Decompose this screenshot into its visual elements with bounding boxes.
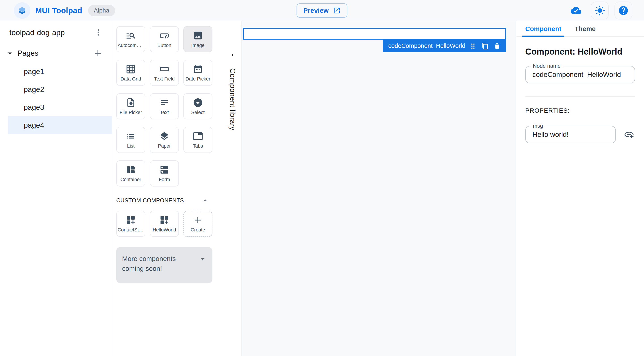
- component-library-panel-label: Component library: [228, 68, 237, 130]
- pages-section-label: Pages: [18, 49, 38, 58]
- component-card-label: Autocomplete: [118, 43, 144, 48]
- editor-canvas[interactable]: codeComponent_HelloWorld: [242, 21, 516, 356]
- add-page-button[interactable]: [92, 48, 104, 59]
- component-card-autocomplete[interactable]: Autocomplete: [116, 26, 145, 52]
- component-card-label: ContactSta…: [118, 227, 144, 233]
- component-card-create[interactable]: Create: [183, 211, 212, 237]
- selected-node-toolbar: codeComponent_HelloWorld: [383, 40, 506, 52]
- component-card-label: Image: [191, 43, 204, 48]
- component-card-data-grid[interactable]: Data Grid: [116, 60, 145, 86]
- component-card-label: Text Field: [154, 76, 175, 82]
- tab-icon: [193, 131, 203, 141]
- node-name-label: Node name: [531, 63, 563, 69]
- inspector-content: Component: HelloWorld Node name PROPERTI…: [516, 47, 644, 143]
- msg-field: msg: [525, 126, 616, 143]
- component-card-list[interactable]: List: [116, 127, 145, 153]
- data-grid-icon: [126, 64, 136, 74]
- properties-label: PROPERTIES:: [525, 107, 635, 114]
- selected-node-label: codeComponent_HelloWorld: [388, 42, 465, 50]
- bind-property-button[interactable]: [623, 128, 635, 141]
- custom-component-icon: [126, 215, 136, 225]
- tab-theme[interactable]: Theme: [572, 21, 598, 36]
- component-card-helloworld[interactable]: HelloWorld: [150, 211, 179, 237]
- help-button[interactable]: [614, 2, 632, 20]
- main-area: toolpad-dog-app Pages page1page2page3pag…: [0, 21, 644, 356]
- container-icon: [126, 164, 136, 175]
- component-card-label: File Picker: [120, 110, 142, 116]
- component-card-container[interactable]: Container: [116, 160, 145, 186]
- delete-node-button[interactable]: [492, 42, 502, 50]
- inspector-divider: [525, 96, 635, 97]
- sidebar-item-page1[interactable]: page1: [0, 62, 112, 80]
- component-card-file-picker[interactable]: File Picker: [116, 93, 145, 120]
- mui-toolpad-app: MUI Toolpad Alpha Preview toolpad-dog-ap…: [0, 0, 644, 356]
- custom-components-header: CUSTOM COMPONENTS: [116, 196, 212, 205]
- app-header: MUI Toolpad Alpha Preview: [0, 0, 644, 21]
- help-icon: [618, 5, 629, 16]
- component-card-button[interactable]: Button: [150, 26, 179, 52]
- arrow-drop-up-icon: [202, 196, 209, 204]
- theme-toggle-button[interactable]: [591, 2, 609, 20]
- add-icon: [193, 215, 203, 225]
- component-card-label: HelloWorld: [153, 227, 176, 233]
- component-card-form[interactable]: Form: [150, 160, 179, 186]
- pages-list: page1page2page3page4: [0, 62, 112, 134]
- open-in-new-icon: [333, 7, 341, 14]
- coming-soon-box: More components coming soon!: [116, 247, 212, 283]
- component-card-label: Select: [191, 110, 204, 116]
- light-mode-icon: [594, 5, 605, 16]
- coming-soon-expand-button[interactable]: [198, 255, 207, 263]
- preview-button[interactable]: Preview: [296, 3, 347, 18]
- project-row: toolpad-dog-app: [0, 21, 112, 44]
- component-card-label: Date Picker: [185, 76, 210, 82]
- image-icon: [193, 30, 203, 41]
- node-name-input[interactable]: [526, 71, 634, 79]
- text-lines-icon: [159, 98, 170, 108]
- duplicate-node-button[interactable]: [480, 42, 490, 50]
- plus-icon: [93, 48, 103, 58]
- select-dropdown-icon: [193, 98, 203, 108]
- cloud-done-icon[interactable]: [567, 2, 585, 20]
- library-collapse-button[interactable]: [228, 50, 238, 60]
- form-icon: [159, 164, 170, 175]
- component-card-image[interactable]: Image: [183, 26, 212, 52]
- component-card-text-field[interactable]: Text Field: [150, 60, 179, 86]
- tab-component[interactable]: Component: [522, 21, 564, 36]
- project-menu-button[interactable]: [92, 26, 104, 38]
- custom-components-collapse-button[interactable]: [201, 196, 210, 205]
- component-card-label: List: [127, 143, 134, 149]
- sidebar-item-page2[interactable]: page2: [0, 80, 112, 98]
- node-name-field: Node name: [525, 66, 635, 84]
- explorer-sidebar: toolpad-dog-app Pages page1page2page3pag…: [0, 21, 112, 356]
- arrow-drop-down-icon: [199, 255, 207, 263]
- selected-node[interactable]: [243, 28, 506, 40]
- inspector-panel: Component Theme Component: HelloWorld No…: [516, 21, 644, 356]
- mui-logo-icon[interactable]: [14, 2, 30, 19]
- msg-property-row: msg: [525, 126, 635, 143]
- layers-icon: [159, 131, 170, 141]
- component-card-label: Create: [191, 227, 205, 233]
- sidebar-item-page3[interactable]: page3: [0, 98, 112, 116]
- more-vert-icon: [94, 28, 103, 37]
- text-field-icon: [159, 64, 170, 74]
- component-card-date-picker[interactable]: Date Picker: [183, 60, 212, 86]
- manage-search-icon: [126, 30, 136, 41]
- custom-components-label: CUSTOM COMPONENTS: [116, 197, 184, 204]
- msg-input[interactable]: [526, 130, 616, 139]
- component-card-tabs[interactable]: Tabs: [183, 127, 212, 153]
- add-link-icon: [624, 129, 634, 140]
- component-card-label: Container: [120, 177, 141, 182]
- pages-header: Pages: [0, 44, 112, 62]
- component-card-label: Text: [160, 110, 168, 116]
- component-cards-grid: AutocompleteButtonImageData GridText Fie…: [116, 26, 212, 186]
- component-card-label: Tabs: [193, 143, 203, 149]
- drag-indicator-icon[interactable]: [468, 42, 478, 50]
- component-card-label: Paper: [158, 143, 170, 149]
- component-card-contactsta[interactable]: ContactSta…: [116, 211, 145, 237]
- library-rail: Component library: [226, 50, 240, 130]
- component-card-select[interactable]: Select: [183, 93, 212, 120]
- component-card-text[interactable]: Text: [150, 93, 179, 120]
- component-card-paper[interactable]: Paper: [150, 127, 179, 153]
- sidebar-item-page4[interactable]: page4: [8, 116, 112, 134]
- pages-collapse-button[interactable]: [5, 48, 15, 58]
